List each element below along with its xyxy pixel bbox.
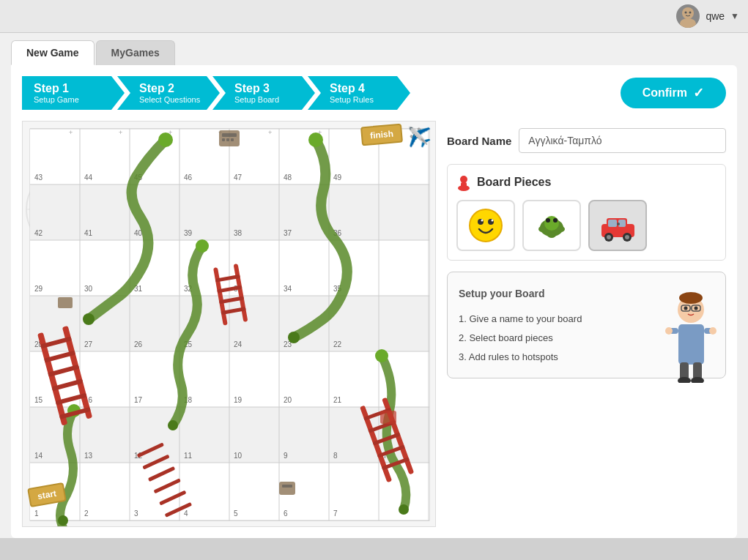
svg-text:2: 2 [84,509,89,518]
svg-rect-143 [58,297,73,308]
step3-number: Step 3 [234,82,279,95]
check-icon: ✓ [693,85,704,101]
content-area: Step 1 Setup Game Step 2 Select Question… [11,65,737,538]
svg-rect-139 [231,138,234,141]
step1-number: Step 1 [34,82,79,95]
svg-rect-142 [380,411,396,424]
step-4[interactable]: Step 4 Setup Rules [308,76,410,110]
svg-rect-168 [678,324,704,365]
pawn-icon [456,173,471,191]
svg-point-183 [691,377,704,383]
svg-rect-140 [279,482,295,495]
piece-turtle[interactable] [522,200,581,251]
svg-rect-141 [282,485,292,488]
svg-point-170 [679,292,703,304]
svg-text:38: 38 [234,229,242,237]
svg-rect-145 [461,182,467,188]
svg-text:19: 19 [234,396,242,404]
step3-label: Setup Board [234,95,279,104]
svg-point-166 [625,235,629,239]
svg-text:42: 42 [34,229,43,237]
svg-text:26: 26 [134,340,143,348]
piece-smiley[interactable] [456,200,515,251]
svg-text:20: 20 [284,396,292,404]
svg-text:3: 3 [134,509,138,518]
svg-rect-138 [226,138,229,141]
step-3[interactable]: Step 3 Setup Board [212,76,315,110]
svg-point-97 [83,313,95,325]
svg-text:17: 17 [134,396,143,404]
game-board: /* grid generated below */ [22,121,436,527]
board-name-row: Board Name [447,128,726,153]
pieces-row [456,200,716,251]
svg-point-100 [196,239,209,253]
svg-point-103 [399,504,409,515]
svg-text:46: 46 [184,173,193,182]
character-figure [664,288,719,386]
svg-text:27: 27 [84,340,93,348]
step2-label: Select Questions [139,95,200,104]
svg-point-3 [689,12,692,14]
right-panel: Board Name Board Pieces [447,121,726,527]
svg-point-147 [470,209,502,242]
tabs-bar: New Game MyGames [0,33,748,65]
svg-point-2 [685,12,687,14]
svg-point-150 [481,220,484,222]
svg-text:13: 13 [84,452,93,460]
svg-text:7: 7 [333,509,338,518]
svg-text:43: 43 [34,173,43,182]
top-bar: qwe ▼ [0,0,748,33]
piece-car[interactable] [588,200,647,251]
svg-point-158 [547,232,556,238]
svg-text:37: 37 [284,229,292,237]
tab-my-games[interactable]: MyGames [96,40,175,65]
svg-point-164 [607,235,611,239]
svg-text:+: + [69,129,73,136]
svg-text:14: 14 [34,452,43,460]
svg-point-146 [460,176,467,183]
svg-point-182 [678,377,691,383]
svg-text:29: 29 [34,285,43,293]
svg-rect-137 [222,138,225,141]
dropdown-arrow-icon[interactable]: ▼ [730,11,739,21]
user-section: qwe ▼ [676,4,739,28]
svg-text:21: 21 [333,396,342,404]
svg-point-157 [558,226,565,232]
svg-text:+: + [119,129,122,136]
svg-rect-161 [608,220,617,227]
main-container: New Game MyGames Step 1 Setup Game Step … [0,33,748,538]
step1-label: Setup Game [34,95,79,104]
svg-text:44: 44 [84,173,93,182]
svg-text:6: 6 [284,509,288,518]
svg-text:39: 39 [184,229,193,237]
svg-rect-121 [169,522,174,524]
step4-label: Setup Rules [330,95,374,104]
svg-text:47: 47 [234,173,242,182]
svg-point-1 [680,18,696,28]
svg-point-172 [695,307,698,310]
svg-point-105 [58,515,68,526]
svg-point-96 [158,132,173,147]
svg-point-102 [375,349,388,362]
step-2[interactable]: Step 2 Select Questions [117,76,220,110]
step-1[interactable]: Step 1 Setup Game [22,76,125,110]
tab-new-game[interactable]: New Game [11,40,95,65]
svg-text:49: 49 [333,173,342,182]
svg-point-167 [617,223,620,225]
svg-point-153 [544,216,559,231]
svg-text:10: 10 [234,452,242,460]
svg-text:15: 15 [34,396,43,404]
svg-point-0 [682,7,694,19]
svg-text:34: 34 [284,285,292,293]
steps-bar: Step 1 Setup Game Step 2 Select Question… [22,76,726,110]
board-name-input[interactable] [519,128,726,153]
board-pieces-header: Board Pieces [456,173,716,191]
svg-text:41: 41 [84,229,93,237]
svg-text:24: 24 [234,340,242,348]
board-name-label: Board Name [447,135,511,147]
svg-point-99 [288,332,300,343]
svg-point-151 [492,220,494,222]
svg-text:22: 22 [333,340,342,348]
confirm-button[interactable]: Confirm ✓ [621,78,726,108]
username-label: qwe [706,10,725,22]
